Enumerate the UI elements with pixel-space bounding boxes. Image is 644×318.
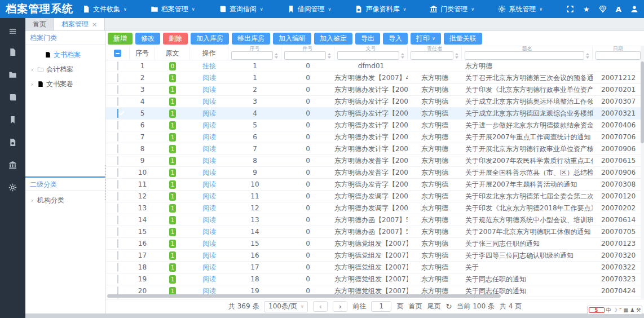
add-to-appraisal-button[interactable]: 加入鉴定 <box>314 33 352 45</box>
operation-link[interactable]: 阅读 <box>202 240 216 248</box>
nav-item-file-collect[interactable]: 文件收集∨ <box>82 5 127 14</box>
select-all-checkbox[interactable] <box>114 50 121 57</box>
add-button[interactable]: 新增 <box>108 33 133 45</box>
row-checkbox[interactable] <box>117 298 118 299</box>
rail-item-file-collect[interactable] <box>0 41 25 63</box>
sort-desc-icon[interactable] <box>328 56 331 59</box>
rail-item-system-manage[interactable] <box>0 176 25 198</box>
row-checkbox[interactable] <box>117 204 118 213</box>
filter-input-riqi[interactable] <box>596 51 641 60</box>
row-checkbox[interactable] <box>117 156 118 165</box>
row-checkbox[interactable] <box>117 180 118 189</box>
row-checkbox[interactable] <box>117 73 118 82</box>
close-tab-icon[interactable]: × <box>92 21 97 28</box>
page-size-select[interactable]: 100条/页 ∨ <box>264 301 308 312</box>
rail-item-archive-manage[interactable] <box>0 63 25 86</box>
add-to-research-button[interactable]: 加入编研 <box>273 33 311 45</box>
operation-link[interactable]: 阅读 <box>202 263 216 271</box>
operation-link[interactable]: 阅读 <box>202 133 216 141</box>
rail-item-query-borrow[interactable] <box>0 86 25 108</box>
sort-arrows[interactable] <box>586 53 589 59</box>
horizontal-scrollbar[interactable] <box>107 294 501 298</box>
operation-link[interactable]: 阅读 <box>202 157 216 165</box>
operation-link[interactable]: 阅读 <box>202 287 216 295</box>
tree-item-account-archive[interactable]: ›会计档案 <box>25 62 105 77</box>
operation-link[interactable]: 阅读 <box>202 145 216 153</box>
prev-page-button[interactable]: ‹ <box>313 301 328 312</box>
sort-asc-icon[interactable] <box>455 53 458 55</box>
sort-desc-icon[interactable] <box>401 56 404 59</box>
row-checkbox[interactable] <box>117 132 118 142</box>
operation-link[interactable]: 阅读 <box>202 216 216 224</box>
header-font-size-button[interactable]: A <box>616 6 621 13</box>
edit-button[interactable]: 修改 <box>135 33 160 45</box>
vertical-scroll-thumb[interactable] <box>641 61 644 143</box>
tree-item-org-category[interactable]: ›机构分类 <box>25 193 105 207</box>
row-checkbox[interactable] <box>117 85 118 94</box>
row-checkbox[interactable] <box>117 215 118 224</box>
page-number-input[interactable]: 1 <box>371 301 391 312</box>
operation-link[interactable]: 阅读 <box>202 98 216 105</box>
ime-tools-icon[interactable]: ⚒ <box>636 307 641 313</box>
row-checkbox[interactable] <box>117 227 118 236</box>
operation-link[interactable]: 阅读 <box>202 228 216 236</box>
sort-asc-icon[interactable] <box>275 53 278 55</box>
import-button[interactable]: 导入 <box>383 33 408 45</box>
header-theme-button[interactable] <box>599 5 607 13</box>
batch-link-button[interactable]: 批量关联 <box>444 33 482 45</box>
sort-arrows[interactable] <box>401 53 404 59</box>
ime-user-icon[interactable]: ♟ <box>630 307 634 313</box>
rail-item-category-manage[interactable] <box>0 153 25 176</box>
header-fullscreen-button[interactable] <box>566 5 574 13</box>
last-page-link[interactable]: 尾页 <box>427 302 440 311</box>
print-button[interactable]: 打印∨ <box>411 33 441 45</box>
nav-item-query-borrow[interactable]: 查询借阅∨ <box>219 5 263 14</box>
operation-link[interactable]: 阅读 <box>202 109 216 117</box>
row-checkbox[interactable] <box>117 168 118 177</box>
row-checkbox[interactable] <box>117 109 118 118</box>
ime-logo-icon[interactable]: S <box>589 307 605 313</box>
vertical-scrollbar[interactable] <box>641 46 644 299</box>
ime-keyboard-icon[interactable]: ▦ <box>624 307 629 313</box>
row-checkbox[interactable] <box>117 275 118 284</box>
export-button[interactable]: 导出 <box>355 33 380 45</box>
row-checkbox[interactable] <box>117 251 118 260</box>
add-to-storeroom-button[interactable]: 加入库房 <box>191 33 229 45</box>
sort-desc-icon[interactable] <box>586 56 589 59</box>
ime-toolbar[interactable]: S中☽”▦♟⚒ <box>587 306 642 315</box>
rail-item-borrow-manage[interactable] <box>0 108 25 131</box>
operation-link[interactable]: 阅读 <box>202 192 216 200</box>
row-checkbox[interactable] <box>117 121 118 130</box>
operation-link[interactable]: 阅读 <box>202 74 216 82</box>
tree-item-doc-archive[interactable]: 文书档案 <box>25 47 105 62</box>
rail-item-av-library[interactable] <box>0 131 25 153</box>
row-checkbox[interactable] <box>117 144 118 153</box>
nav-item-borrow-manage[interactable]: 借阅管理∨ <box>287 5 332 14</box>
nav-item-system-manage[interactable]: 系统管理∨ <box>498 5 542 14</box>
delete-button[interactable]: 删除 <box>163 33 188 45</box>
remove-from-storeroom-button[interactable]: 移出库房 <box>232 33 270 45</box>
sort-asc-icon[interactable] <box>401 53 404 55</box>
filter-input-timing[interactable] <box>465 51 584 60</box>
header-favorite-button[interactable]: ★ <box>583 6 590 13</box>
sort-desc-icon[interactable] <box>455 56 458 59</box>
filter-input-wenhao[interactable] <box>337 51 399 60</box>
sort-arrows[interactable] <box>328 53 331 59</box>
row-checkbox[interactable] <box>117 239 118 248</box>
sort-asc-icon[interactable] <box>586 53 589 55</box>
nav-item-av-library[interactable]: 声像资料库∨ <box>355 5 406 14</box>
rail-item-menu-toggle[interactable] <box>0 21 25 41</box>
tab-home[interactable]: 首页 <box>25 18 54 30</box>
ime-lang-icon[interactable]: 中 <box>606 307 611 314</box>
filter-input-zerenzhe[interactable] <box>411 51 453 60</box>
operation-link[interactable]: 阅读 <box>202 275 216 283</box>
tab-archive-manage[interactable]: 档案管理× <box>54 18 105 30</box>
row-checkbox[interactable] <box>117 192 118 201</box>
operation-link[interactable]: 阅读 <box>202 121 216 129</box>
operation-link[interactable]: 阅读 <box>202 204 216 212</box>
first-page-link[interactable]: 首页 <box>408 302 422 311</box>
next-page-button[interactable]: › <box>333 301 347 312</box>
sort-arrows[interactable] <box>455 53 458 59</box>
operation-link[interactable]: 阅读 <box>202 299 216 299</box>
row-checkbox[interactable] <box>117 61 118 70</box>
